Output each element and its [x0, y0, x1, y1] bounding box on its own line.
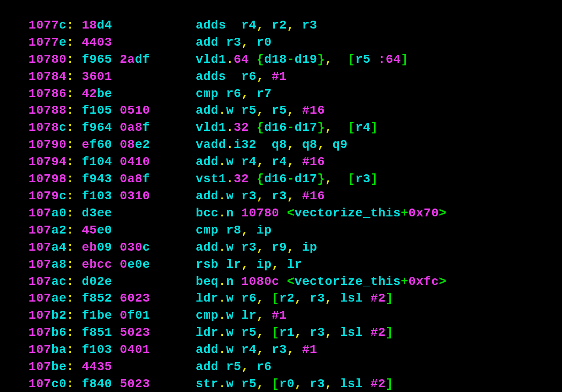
disassembly-listing: 1077c: 18d4 adds r4, r2, r31077e: 4403 a… — [29, 17, 562, 392]
disasm-line: 107be: 4435 add r5, r6 — [29, 359, 562, 376]
disasm-line: 107b6: f851 5023 ldr.w r5, [r1, r3, lsl … — [29, 324, 562, 342]
disasm-line: 107a4: eb09 030c add.w r3, r9, ip — [29, 239, 562, 256]
disasm-line: 107ac: d02e beq.n 1080c <vectorize_this+… — [29, 273, 562, 291]
disasm-line: 1079c: f103 0310 add.w r3, r3, #16 — [29, 188, 562, 205]
disasm-line: 107b2: f1be 0f01 cmp.w lr, #1 — [29, 307, 562, 324]
disasm-line: 10798: f943 0a8f vst1.32 {d16-d17}, [r3] — [29, 171, 562, 188]
disasm-line: 10784: 3601 adds r6, #1 — [29, 68, 562, 86]
disasm-line: 1077e: 4403 add r3, r0 — [29, 34, 562, 51]
disasm-line: 10786: 42be cmp r6, r7 — [29, 86, 562, 103]
disasm-line: 10780: f965 2adf vld1.64 {d18-d19}, [r5 … — [29, 51, 562, 68]
disasm-line: 1077c: 18d4 adds r4, r2, r3 — [29, 17, 562, 34]
disasm-line: 107a8: ebcc 0e0e rsb lr, ip, lr — [29, 256, 562, 273]
disasm-line: 10788: f105 0510 add.w r5, r5, #16 — [29, 102, 562, 119]
disasm-line: 107ba: f103 0401 add.w r4, r3, #1 — [29, 342, 562, 359]
disasm-line: 107a2: 45e0 cmp r8, ip — [29, 222, 562, 239]
disasm-line: 1078c: f964 0a8f vld1.32 {d16-d17}, [r4] — [29, 119, 562, 137]
disasm-line: 107a0: d3ee bcc.n 10780 <vectorize_this+… — [29, 205, 562, 222]
disasm-line: 10790: ef60 08e2 vadd.i32 q8, q8, q9 — [29, 137, 562, 154]
disasm-line: 10794: f104 0410 add.w r4, r4, #16 — [29, 154, 562, 171]
disasm-line: 107c0: f840 5023 str.w r5, [r0, r3, lsl … — [29, 376, 562, 392]
disasm-line: 107ae: f852 6023 ldr.w r6, [r2, r3, lsl … — [29, 290, 562, 307]
